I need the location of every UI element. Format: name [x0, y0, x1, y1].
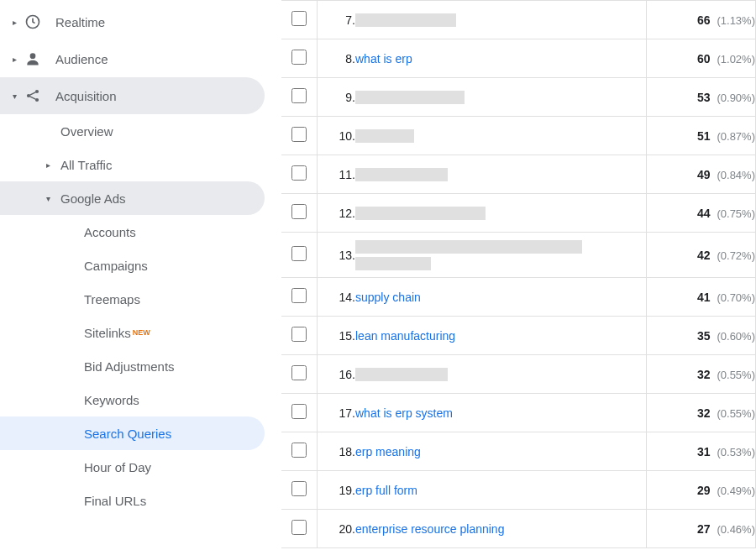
- table-row: 20.enterprise resource planning27(0.46%): [281, 510, 756, 548]
- row-percent: (0.46%): [717, 523, 755, 536]
- caret-right-icon: ▸: [44, 160, 52, 170]
- row-value-cell: 27(0.46%): [647, 510, 756, 548]
- row-checkbox[interactable]: [291, 288, 307, 303]
- row-value: 35: [697, 329, 711, 343]
- row-percent: (0.55%): [717, 369, 755, 381]
- sidebar-item-label: Acquisition: [55, 89, 117, 103]
- row-value: 49: [697, 168, 711, 181]
- subsubnav-search-queries[interactable]: Search Queries: [0, 416, 265, 450]
- new-badge: NEW: [133, 328, 150, 337]
- row-percent: (0.87%): [717, 130, 755, 143]
- row-checkbox[interactable]: [291, 11, 307, 26]
- table-row: 8.what is erp60(1.02%): [281, 39, 756, 78]
- sidebar-item-realtime[interactable]: ▸ Realtime: [0, 3, 281, 40]
- row-query: [355, 78, 647, 117]
- row-value: 66: [697, 13, 711, 27]
- row-checkbox-cell: [281, 278, 317, 317]
- row-checkbox-cell: [281, 39, 317, 78]
- row-rank: 18.: [317, 432, 355, 471]
- table-row: 18.erp meaning31(0.53%): [281, 432, 756, 471]
- subnav-overview[interactable]: Overview: [0, 114, 281, 148]
- row-value-cell: 53(0.90%): [647, 78, 756, 117]
- table-row: 13.42(0.72%): [281, 233, 756, 278]
- subsubnav-accounts[interactable]: Accounts: [0, 215, 281, 249]
- row-value-cell: 42(0.72%): [647, 233, 756, 278]
- row-value-cell: 41(0.70%): [647, 278, 756, 317]
- row-rank: 7.: [317, 1, 355, 39]
- subsubnav-hour-of-day[interactable]: Hour of Day: [0, 450, 281, 484]
- row-rank: 11.: [317, 155, 355, 194]
- row-query[interactable]: what is erp system: [355, 394, 647, 432]
- row-rank: 15.: [317, 317, 355, 355]
- row-checkbox-cell: [281, 1, 317, 39]
- sidebar-item-audience[interactable]: ▸ Audience: [0, 40, 281, 77]
- row-value: 42: [697, 249, 711, 262]
- row-query[interactable]: lean manufacturing: [355, 317, 647, 355]
- row-checkbox-cell: [281, 432, 317, 471]
- redacted-text: [355, 257, 431, 270]
- subsubnav-treemaps[interactable]: Treemaps: [0, 282, 281, 316]
- sidebar: ▸ Realtime ▸ Audience ▾ Acquisition Over…: [0, 0, 281, 550]
- subsubnav-sitelinks[interactable]: SitelinksNEW: [0, 316, 281, 349]
- redacted-text: [355, 13, 456, 27]
- row-checkbox[interactable]: [291, 481, 307, 496]
- svg-point-1: [30, 53, 36, 59]
- subsubnav-label: Accounts: [84, 225, 136, 239]
- row-value: 32: [697, 406, 711, 420]
- subsubnav-label: Keywords: [84, 393, 139, 407]
- sidebar-item-acquisition[interactable]: ▾ Acquisition: [0, 77, 265, 114]
- row-percent: (1.13%): [717, 14, 755, 27]
- subsubnav-bid-adjustments[interactable]: Bid Adjustments: [0, 349, 281, 383]
- row-value: 53: [697, 91, 711, 104]
- row-rank: 17.: [317, 394, 355, 432]
- row-checkbox[interactable]: [291, 404, 307, 419]
- row-checkbox[interactable]: [291, 443, 307, 458]
- row-query[interactable]: erp full form: [355, 471, 647, 510]
- subsubnav-keywords[interactable]: Keywords: [0, 383, 281, 416]
- row-query[interactable]: what is erp: [355, 39, 647, 78]
- row-checkbox-cell: [281, 355, 317, 394]
- row-value-cell: 60(1.02%): [647, 39, 756, 78]
- row-value-cell: 35(0.60%): [647, 317, 756, 355]
- row-checkbox[interactable]: [291, 365, 307, 380]
- row-checkbox[interactable]: [291, 327, 307, 342]
- row-query[interactable]: enterprise resource planning: [355, 510, 647, 548]
- row-checkbox[interactable]: [291, 50, 307, 65]
- row-percent: (0.49%): [717, 485, 755, 497]
- redacted-text: [355, 91, 465, 104]
- row-checkbox[interactable]: [291, 127, 307, 142]
- row-checkbox-cell: [281, 233, 317, 278]
- sidebar-item-label: Realtime: [55, 15, 105, 29]
- row-checkbox[interactable]: [291, 165, 307, 181]
- row-value: 27: [697, 522, 711, 536]
- subsubnav-campaigns[interactable]: Campaigns: [0, 249, 281, 282]
- redacted-text: [355, 129, 414, 143]
- row-checkbox[interactable]: [291, 246, 307, 261]
- table-row: 11.49(0.84%): [281, 155, 756, 194]
- caret-right-icon: ▸: [10, 55, 18, 64]
- subnav-google-ads[interactable]: ▾ Google Ads: [0, 181, 265, 215]
- row-value: 51: [697, 129, 711, 143]
- subsubnav-final-urls[interactable]: Final URLs: [0, 484, 281, 517]
- table-row: 10.51(0.87%): [281, 117, 756, 155]
- table-row: 7.66(1.13%): [281, 1, 756, 39]
- row-query[interactable]: supply chain: [355, 278, 647, 317]
- row-checkbox[interactable]: [291, 88, 307, 103]
- row-value: 44: [697, 207, 711, 220]
- subnav-all-traffic[interactable]: ▸ All Traffic: [0, 148, 281, 181]
- row-value: 31: [697, 445, 711, 458]
- caret-right-icon: ▸: [10, 18, 18, 27]
- row-query: [355, 355, 647, 394]
- row-rank: 10.: [317, 117, 355, 155]
- subsubnav-label: Campaigns: [84, 259, 148, 273]
- caret-down-icon: ▾: [44, 194, 52, 203]
- row-checkbox[interactable]: [291, 204, 307, 219]
- row-value-cell: 49(0.84%): [647, 155, 756, 194]
- clock-icon: [24, 13, 42, 31]
- row-checkbox[interactable]: [291, 520, 307, 535]
- subnav-label: All Traffic: [60, 158, 112, 172]
- row-checkbox-cell: [281, 155, 317, 194]
- row-value: 41: [697, 291, 711, 304]
- search-queries-table: 7.66(1.13%)8.what is erp60(1.02%)9.53(0.…: [281, 0, 756, 548]
- row-query[interactable]: erp meaning: [355, 432, 647, 471]
